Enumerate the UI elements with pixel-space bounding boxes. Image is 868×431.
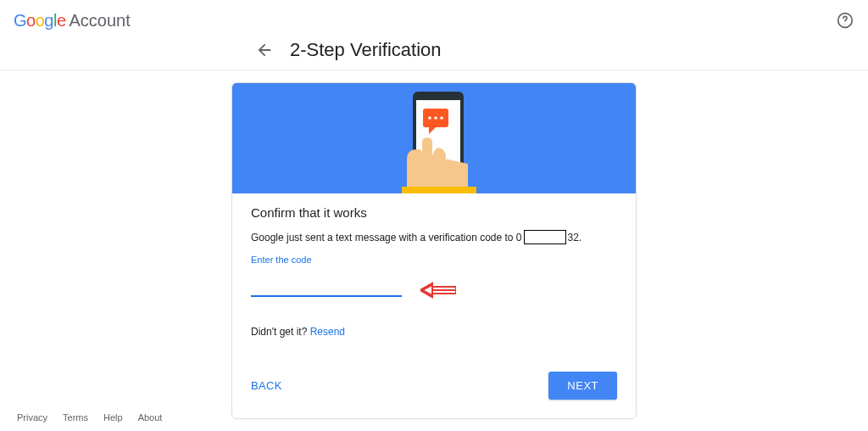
page-title: 2-Step Verification	[290, 39, 442, 61]
button-row: BACK NEXT	[251, 372, 617, 400]
didnt-get-it: Didn't get it? Resend	[251, 326, 617, 338]
code-input[interactable]	[251, 283, 402, 297]
footer: Privacy Terms Help About	[17, 412, 162, 423]
back-button[interactable]: BACK	[251, 379, 282, 392]
card-heading: Confirm that it works	[251, 205, 617, 220]
sent-post: 32.	[568, 232, 582, 243]
footer-help[interactable]: Help	[103, 412, 123, 423]
resend-link[interactable]: Resend	[310, 326, 345, 338]
code-input-row	[251, 280, 617, 300]
verification-card: Confirm that it works Google just sent a…	[231, 82, 637, 419]
brand: Google Account	[14, 11, 131, 31]
footer-privacy[interactable]: Privacy	[17, 412, 47, 423]
footer-terms[interactable]: Terms	[63, 412, 88, 423]
brand-suffix: Account	[70, 11, 131, 31]
svg-point-5	[428, 116, 431, 120]
svg-point-7	[440, 116, 443, 120]
next-button[interactable]: NEXT	[548, 372, 617, 400]
google-logo: Google	[14, 11, 66, 31]
back-arrow-icon[interactable]	[254, 40, 275, 60]
phone-masked-box	[524, 230, 566, 244]
svg-rect-8	[402, 187, 476, 193]
enter-code-label: Enter the code	[251, 255, 617, 265]
svg-point-1	[845, 24, 846, 25]
illustration	[232, 83, 636, 193]
help-icon[interactable]	[836, 11, 854, 30]
card-content: Confirm that it works Google just sent a…	[232, 193, 636, 418]
footer-about[interactable]: About	[138, 412, 163, 423]
divider	[0, 70, 868, 70]
svg-point-6	[434, 116, 437, 120]
title-row: 2-Step Verification	[0, 34, 868, 66]
sent-pre: Google just sent a text message with a v…	[251, 232, 522, 243]
annotation-arrow-icon	[420, 280, 456, 300]
didnt-text: Didn't get it?	[251, 326, 310, 338]
sent-message: Google just sent a text message with a v…	[251, 230, 617, 244]
